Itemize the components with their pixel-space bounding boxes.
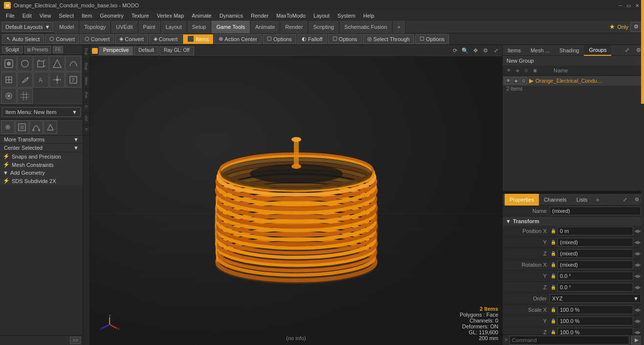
- tab-schematic[interactable]: Schematic Fusion: [339, 21, 392, 33]
- gear-button[interactable]: ⚙: [630, 22, 642, 32]
- order-dropdown[interactable]: XYZ ▼: [550, 294, 641, 303]
- tab-uvedit[interactable]: UVEdit: [111, 21, 138, 33]
- transform-section-header[interactable]: ▼ Transform: [503, 217, 644, 226]
- tab-groups[interactable]: Groups: [584, 45, 611, 56]
- pos-z-anim-icon[interactable]: ◀▶: [634, 250, 641, 257]
- vtab-uv[interactable]: UV:: [83, 113, 89, 125]
- rotation-y-value[interactable]: 0.0 °: [557, 272, 633, 280]
- items-button[interactable]: ⬛ Items: [183, 34, 213, 44]
- list-item-row[interactable]: 👁 ◈ ⊙ ▶ Orange_Electrical_Condu...: [503, 76, 644, 86]
- rot-x-lock-icon[interactable]: 🔒: [550, 261, 556, 268]
- tool-text[interactable]: A: [33, 72, 49, 88]
- more-transforms-item[interactable]: More Transforms ▼: [0, 136, 83, 144]
- mesh-constraints-section[interactable]: ⚡ Mesh Constraints: [0, 161, 83, 169]
- menu-dynamics[interactable]: Dynamics: [216, 11, 247, 21]
- add-tab-button[interactable]: +: [592, 194, 603, 206]
- rot-z-anim-icon[interactable]: ◀▶: [634, 284, 641, 291]
- tab-topology[interactable]: Topology: [79, 21, 111, 33]
- menu-edit[interactable]: Edit: [19, 11, 36, 21]
- tab-render[interactable]: Render: [280, 21, 308, 33]
- viewport[interactable]: Perspective Default Ray GL: Off ⟳ 🔍 ✥ ⚙ …: [90, 45, 502, 345]
- rot-x-anim-icon[interactable]: ◀▶: [634, 261, 641, 268]
- menu-maxtomodo[interactable]: MaxToModo: [272, 11, 310, 21]
- vtab-dup[interactable]: Dup:: [83, 45, 89, 60]
- render-toggle[interactable]: ◈: [512, 77, 519, 84]
- close-button[interactable]: ✕: [634, 2, 640, 9]
- rotation-z-value[interactable]: 0.0 °: [557, 283, 633, 292]
- position-x-value[interactable]: 0 m: [557, 227, 633, 235]
- command-submit-button[interactable]: ▶: [631, 336, 642, 345]
- tool-select[interactable]: [1, 56, 17, 71]
- tab-properties[interactable]: Properties: [505, 194, 539, 206]
- tool-scale[interactable]: [1, 88, 17, 104]
- snaps-section[interactable]: ⚡ Snaps and Precision: [0, 152, 83, 161]
- viewport-canvas[interactable]: 2 Items Polygons : Face Channels: 0 Defo…: [90, 57, 502, 345]
- tool-poly[interactable]: [15, 120, 29, 134]
- pos-x-lock-icon[interactable]: 🔒: [550, 228, 556, 234]
- options-btn-2[interactable]: ☐ Options: [328, 34, 362, 44]
- auto-select-button[interactable]: ↖ Auto Select: [2, 34, 44, 44]
- tab-lists[interactable]: Lists: [572, 194, 593, 206]
- convert-btn-4[interactable]: ◈ Convert: [149, 34, 182, 44]
- tab-add[interactable]: +: [393, 21, 406, 33]
- tab-items[interactable]: Items: [503, 45, 526, 56]
- tab-animate[interactable]: Animate: [250, 21, 280, 33]
- tool-mesh[interactable]: [1, 72, 17, 88]
- scale-x-value[interactable]: 100.0 %: [557, 305, 633, 314]
- viewport-rotate-icon[interactable]: ⟳: [450, 46, 459, 55]
- pos-z-lock-icon[interactable]: 🔒: [550, 250, 556, 257]
- scale-z-value[interactable]: 100.0 %: [557, 328, 633, 334]
- menu-view[interactable]: View: [36, 11, 55, 21]
- window-controls[interactable]: ─ ▭ ✕: [617, 2, 640, 9]
- viewport-raygl-btn[interactable]: Ray GL: Off: [159, 46, 194, 55]
- sds-section[interactable]: ⚡ SDS Subdivide 2X: [0, 177, 83, 185]
- action-center-button[interactable]: ⊕ Action Center: [214, 34, 262, 44]
- tool-edit[interactable]: [17, 72, 33, 88]
- tool-move[interactable]: [1, 120, 15, 134]
- options-btn-3[interactable]: ☐ Options: [415, 34, 449, 44]
- convert-btn-2[interactable]: ⬡ Convert: [80, 34, 114, 44]
- tool-curve[interactable]: [66, 56, 81, 71]
- viewport-maximize-icon[interactable]: ⤢: [491, 46, 500, 55]
- scale-y-anim-icon[interactable]: ◀▶: [634, 318, 641, 324]
- tool-rotate[interactable]: [66, 72, 81, 88]
- rot-z-lock-icon[interactable]: 🔒: [550, 284, 556, 291]
- rotation-x-value[interactable]: (mixed): [557, 260, 633, 269]
- convert-btn-3[interactable]: ◈ Convert: [115, 34, 148, 44]
- tool-sphere[interactable]: [17, 56, 33, 71]
- scale-y-lock-icon[interactable]: 🔒: [550, 318, 556, 324]
- props-settings-icon[interactable]: ⚙: [631, 194, 642, 205]
- falloff-button[interactable]: ◐ Falloff: [297, 34, 327, 44]
- menu-vertexmap[interactable]: Vertex Map: [153, 11, 188, 21]
- viewport-pan-icon[interactable]: ✥: [471, 46, 480, 55]
- scale-x-anim-icon[interactable]: ◀▶: [634, 306, 641, 313]
- select-through-button[interactable]: ◎ Select Through: [363, 34, 414, 44]
- tool-box[interactable]: [33, 56, 49, 71]
- scale-z-lock-icon[interactable]: 🔒: [550, 329, 556, 334]
- vtab-pol[interactable]: Pol:: [83, 89, 89, 102]
- menu-render[interactable]: Render: [247, 11, 272, 21]
- viewport-zoom-icon[interactable]: 🔍: [461, 46, 469, 55]
- tab-gametools[interactable]: Game Tools: [211, 21, 250, 33]
- position-z-value[interactable]: (mixed): [557, 249, 633, 258]
- vtab-f[interactable]: F:: [83, 125, 89, 135]
- tab-scripting[interactable]: Scripting: [308, 21, 339, 33]
- viewport-settings-icon[interactable]: ⚙: [481, 46, 490, 55]
- menu-select[interactable]: Select: [55, 11, 78, 21]
- more-tools-button[interactable]: >>: [70, 337, 81, 344]
- menu-file[interactable]: File: [2, 11, 19, 21]
- maximize-button[interactable]: ▭: [625, 2, 632, 9]
- tab-shading[interactable]: Shading: [555, 45, 584, 56]
- item-menu-dropdown[interactable]: Item Menu: New Item ▼: [2, 107, 81, 117]
- menu-help[interactable]: Help: [359, 11, 378, 21]
- menu-texture[interactable]: Texture: [128, 11, 153, 21]
- props-expand-icon[interactable]: ⤢: [620, 194, 630, 205]
- tab-setup[interactable]: Setup: [187, 21, 212, 33]
- eye-toggle[interactable]: 👁: [505, 77, 511, 84]
- name-prop-value[interactable]: (mixed): [550, 207, 641, 215]
- tool-transform[interactable]: [49, 72, 65, 88]
- minimize-button[interactable]: ─: [617, 2, 623, 9]
- vtab-dup2[interactable]: Dup:: [83, 60, 89, 74]
- tool-vertex[interactable]: [44, 120, 57, 134]
- sculpt-label[interactable]: Sculpt: [2, 46, 22, 53]
